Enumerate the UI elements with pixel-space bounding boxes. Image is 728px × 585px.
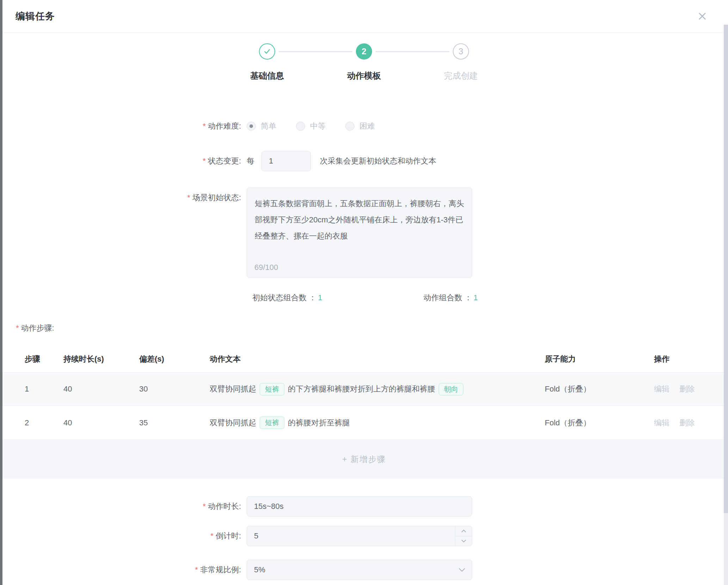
scrollbar-thumb[interactable]: [724, 25, 728, 513]
unusual-ratio-select[interactable]: 5%: [247, 560, 472, 580]
step-number: 2: [362, 47, 366, 56]
delete-link[interactable]: 删除: [679, 418, 695, 428]
number-stepper: [455, 526, 472, 546]
decrement-button[interactable]: [455, 536, 472, 546]
close-button[interactable]: [696, 10, 708, 22]
difficulty-radio-group: 简单中等困难: [247, 121, 395, 131]
delete-link[interactable]: 删除: [679, 384, 695, 394]
countdown-row: *倒计时:: [0, 526, 728, 546]
col-step: 步骤: [25, 354, 63, 364]
step-1-indicator: [259, 43, 275, 60]
col-atomic: 原子能力: [545, 354, 654, 364]
step-number: 3: [458, 47, 463, 56]
check-icon: [263, 47, 272, 56]
action-tag: 短裤: [260, 417, 284, 429]
action-tag: 朝向: [439, 383, 463, 395]
cell-deviation: 30: [139, 384, 210, 394]
difficulty-radio[interactable]: 简单: [247, 121, 276, 131]
difficulty-radio[interactable]: 困难: [345, 121, 375, 131]
cell-action-text: 双臂协同抓起短裤的裤腰对折至裤腿: [210, 417, 545, 429]
cell-atomic: Fold（折叠）: [545, 418, 654, 428]
initial-state-field: 短裤五条数据背面朝上，五条数据正面朝上，裤腰朝右，离头部视野下方至少20cm之外…: [247, 187, 472, 278]
wizard-stepper: 2 3 基础信息 动作模板 完成创建: [259, 43, 469, 83]
action-steps-table: 步骤 持续时长(s) 偏差(s) 动作文本 原子能力 操作 1 40 30 双臂…: [0, 346, 728, 479]
difficulty-row: *动作难度: 简单中等困难: [0, 120, 728, 133]
action-duration-row: *动作时长:: [0, 496, 728, 517]
add-step-button[interactable]: + 新增步骤: [342, 454, 386, 465]
step-connector: [376, 51, 449, 52]
required-mark: *: [203, 156, 206, 165]
action-duration-label: *动作时长:: [0, 501, 247, 512]
state-change-label: *状态变更:: [0, 156, 247, 166]
increment-button[interactable]: [455, 526, 472, 536]
required-mark: *: [210, 531, 214, 540]
difficulty-radio[interactable]: 中等: [296, 121, 326, 131]
step-1-label: 基础信息: [250, 70, 284, 81]
dialog-title: 编辑任务: [16, 10, 55, 23]
action-combo: 动作组合数 ：1: [424, 292, 478, 303]
steps-table-body: 1 40 30 双臂协同抓起短裤的下方裤腿和裤腰对折到上方的裤腿和裤腰朝向 Fo…: [0, 372, 728, 440]
required-mark: *: [203, 122, 206, 130]
state-change-row: *状态变更: 每 次采集会更新初始状态和动作文本: [0, 151, 728, 171]
radio-option-label: 困难: [359, 121, 375, 131]
cell-ops: 编辑删除: [654, 384, 721, 394]
state-change-prefix: 每: [247, 156, 254, 166]
cell-ops: 编辑删除: [654, 418, 721, 428]
cell-deviation: 35: [139, 418, 210, 427]
action-text-segment: 的下方裤腿和裤腰对折到上方的裤腿和裤腰: [288, 384, 435, 394]
window-edge: [0, 0, 2, 585]
chevron-down-icon: [458, 568, 465, 572]
col-deviation: 偏差(s): [139, 354, 210, 364]
action-steps-label: *动作步骤:: [16, 323, 728, 333]
initial-combo: 初始状态组合数 ：1: [252, 292, 322, 303]
radio-icon: [345, 122, 354, 131]
action-combo-value: 1: [474, 293, 478, 302]
initial-state-label: *场景初始状态:: [0, 187, 247, 203]
cell-duration: 40: [63, 418, 139, 427]
required-mark: *: [187, 193, 190, 202]
state-change-input[interactable]: [261, 151, 311, 171]
unusual-ratio-label: *非常规比例:: [0, 565, 247, 575]
table-row: 2 40 35 双臂协同抓起短裤的裤腰对折至裤腿 Fold（折叠） 编辑删除: [0, 406, 728, 440]
edit-link[interactable]: 编辑: [654, 418, 670, 428]
initial-state-row: *场景初始状态: 短裤五条数据背面朝上，五条数据正面朝上，裤腰朝右，离头部视野下…: [0, 187, 728, 278]
action-text-segment: 双臂协同抓起: [210, 418, 256, 428]
radio-icon: [296, 122, 305, 131]
dialog-header: 编辑任务: [0, 0, 728, 33]
chevron-down-icon: [461, 539, 467, 543]
countdown-field: [247, 526, 472, 546]
difficulty-label: *动作难度:: [0, 121, 247, 131]
action-duration-input[interactable]: [247, 496, 472, 517]
step-2-label: 动作模板: [347, 70, 381, 81]
radio-icon: [247, 122, 256, 131]
edit-task-dialog: 编辑任务 2 3 基础信息 动作模板 完成创建 *动作难度: 简单中等困难 *状…: [0, 0, 728, 585]
initial-combo-value: 1: [318, 293, 322, 302]
required-mark: *: [203, 502, 206, 511]
edit-link[interactable]: 编辑: [654, 384, 670, 394]
table-row: 1 40 30 双臂协同抓起短裤的下方裤腿和裤腰对折到上方的裤腿和裤腰朝向 Fo…: [0, 372, 728, 406]
col-duration: 持续时长(s): [63, 354, 139, 364]
radio-option-label: 中等: [310, 121, 326, 131]
col-ops: 操作: [654, 354, 721, 364]
cell-duration: 40: [63, 384, 139, 394]
required-mark: *: [16, 324, 19, 332]
scrollbar-track: [724, 25, 728, 585]
step-3-label: 完成创建: [444, 70, 478, 81]
add-step-row: + 新增步骤: [0, 440, 728, 479]
col-action-text: 动作文本: [210, 354, 545, 364]
required-mark: *: [195, 565, 198, 574]
state-change-suffix: 次采集会更新初始状态和动作文本: [320, 156, 436, 166]
action-text-segment: 双臂协同抓起: [210, 384, 256, 394]
timing-form: *动作时长: *倒计时: *非常规比例: 5%: [0, 496, 728, 580]
action-tag: 短裤: [260, 383, 284, 395]
countdown-input[interactable]: [247, 526, 472, 546]
table-header: 步骤 持续时长(s) 偏差(s) 动作文本 原子能力 操作: [0, 346, 728, 372]
template-form: *动作难度: 简单中等困难 *状态变更: 每 次采集会更新初始状态和动作文本 *…: [0, 120, 728, 303]
combination-counts: 初始状态组合数 ：1 动作组合数 ：1: [252, 292, 478, 303]
unusual-ratio-row: *非常规比例: 5%: [0, 560, 728, 580]
cell-step: 1: [25, 384, 63, 394]
initial-state-textarea[interactable]: 短裤五条数据背面朝上，五条数据正面朝上，裤腰朝右，离头部视野下方至少20cm之外…: [247, 187, 472, 278]
countdown-label: *倒计时:: [0, 531, 247, 541]
cell-step: 2: [25, 418, 63, 427]
step-connector: [279, 51, 352, 52]
